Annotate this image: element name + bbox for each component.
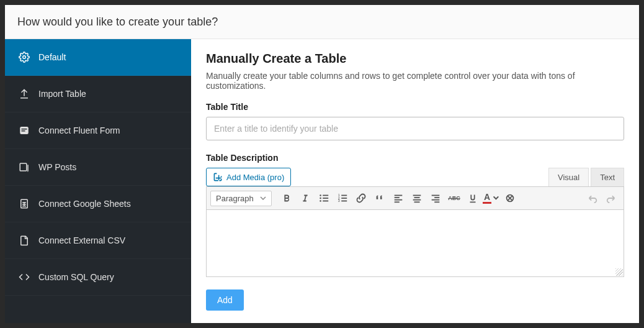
sidebar-item-wp-posts[interactable]: WP Posts <box>5 149 191 186</box>
sidebar-item-import-table[interactable]: Import Table <box>5 76 191 112</box>
content-heading: Manually Create a Table <box>206 52 624 66</box>
italic-button[interactable] <box>297 189 314 207</box>
chevron-down-icon <box>492 193 500 204</box>
svg-rect-20 <box>395 199 403 201</box>
svg-point-0 <box>23 56 26 59</box>
resize-handle[interactable] <box>615 268 623 276</box>
modal-title: How would you like to create your table? <box>17 16 218 29</box>
gear-icon <box>19 52 30 63</box>
sheets-icon <box>19 198 30 209</box>
svg-rect-11 <box>323 201 328 202</box>
sidebar-item-label: Connect Fluent Form <box>38 125 120 135</box>
upload-icon <box>19 88 30 99</box>
content-area: Manually Create a Table Manually create … <box>191 39 639 323</box>
media-icon <box>213 172 223 182</box>
table-title-label: Table Title <box>206 102 624 112</box>
sidebar: Default Import Table Connect Fluent Form… <box>5 39 191 323</box>
modal-header: How would you like to create your table? <box>5 5 639 39</box>
svg-rect-9 <box>323 195 328 196</box>
editor-tabs: Visual Text <box>548 168 624 186</box>
tab-visual[interactable]: Visual <box>548 168 589 186</box>
svg-rect-21 <box>395 201 400 203</box>
svg-rect-10 <box>323 198 328 199</box>
sidebar-item-custom-sql-query[interactable]: Custom SQL Query <box>5 259 191 296</box>
link-button[interactable] <box>352 189 370 207</box>
paragraph-select[interactable]: Paragraph <box>210 191 272 206</box>
svg-text:3: 3 <box>338 199 340 203</box>
sidebar-item-connect-fluent-form[interactable]: Connect Fluent Form <box>5 112 191 149</box>
content-subtitle: Manually create your table columns and r… <box>206 71 624 91</box>
code-icon <box>19 271 30 283</box>
add-media-label: Add Media (pro) <box>226 173 284 182</box>
bold-button[interactable] <box>278 189 295 207</box>
sidebar-item-label: Custom SQL Query <box>38 272 114 282</box>
sidebar-item-label: Connect Google Sheets <box>38 199 131 209</box>
form-icon <box>19 125 30 136</box>
quote-button[interactable] <box>371 189 388 207</box>
svg-rect-28 <box>432 199 440 201</box>
table-description-label: Table Description <box>206 153 624 163</box>
sidebar-item-connect-external-csv[interactable]: Connect External CSV <box>5 222 191 259</box>
strikethrough-button[interactable]: ABC <box>445 189 463 207</box>
svg-rect-29 <box>434 201 439 203</box>
align-right-button[interactable] <box>427 189 444 207</box>
modal-body: Default Import Table Connect Fluent Form… <box>5 39 639 323</box>
sidebar-item-default[interactable]: Default <box>5 39 191 76</box>
clear-formatting-button[interactable] <box>501 189 519 207</box>
sidebar-item-label: Default <box>38 52 66 62</box>
svg-point-8 <box>320 200 321 202</box>
text-color-button[interactable]: A <box>483 189 500 207</box>
svg-rect-4 <box>20 163 27 171</box>
align-center-button[interactable] <box>408 189 426 207</box>
svg-point-7 <box>320 198 321 199</box>
svg-rect-15 <box>341 195 347 196</box>
redo-button[interactable] <box>602 189 620 207</box>
svg-rect-26 <box>432 195 440 196</box>
svg-rect-27 <box>434 197 439 198</box>
sidebar-item-label: WP Posts <box>38 162 76 172</box>
svg-point-6 <box>320 194 321 196</box>
add-button[interactable]: Add <box>206 289 244 311</box>
number-list-button[interactable]: 123 <box>334 189 351 207</box>
sidebar-item-label: Connect External CSV <box>38 235 125 245</box>
sidebar-item-connect-google-sheets[interactable]: Connect Google Sheets <box>5 186 191 222</box>
undo-button[interactable] <box>584 189 601 207</box>
svg-rect-3 <box>22 130 25 132</box>
description-editor[interactable] <box>206 210 624 277</box>
add-media-button[interactable]: Add Media (pro) <box>206 168 291 186</box>
posts-icon <box>19 162 30 173</box>
close-button[interactable] <box>622 14 627 30</box>
editor-toolbar: Paragraph 123 ABC A <box>206 186 624 210</box>
sidebar-item-label: Import Table <box>38 89 86 99</box>
svg-rect-16 <box>341 198 347 199</box>
svg-rect-17 <box>341 201 347 202</box>
create-table-modal: How would you like to create your table?… <box>5 5 639 323</box>
underline-button[interactable] <box>464 189 481 207</box>
csv-icon <box>19 235 30 246</box>
align-left-button[interactable] <box>390 189 407 207</box>
svg-rect-25 <box>414 201 420 203</box>
svg-rect-22 <box>413 195 421 196</box>
table-title-input[interactable] <box>206 117 624 140</box>
svg-rect-23 <box>414 197 420 198</box>
svg-rect-2 <box>22 129 27 130</box>
svg-rect-18 <box>395 195 403 196</box>
bullet-list-button[interactable] <box>315 189 333 207</box>
tab-text[interactable]: Text <box>591 168 624 186</box>
svg-rect-19 <box>395 197 400 198</box>
svg-rect-24 <box>413 199 421 201</box>
